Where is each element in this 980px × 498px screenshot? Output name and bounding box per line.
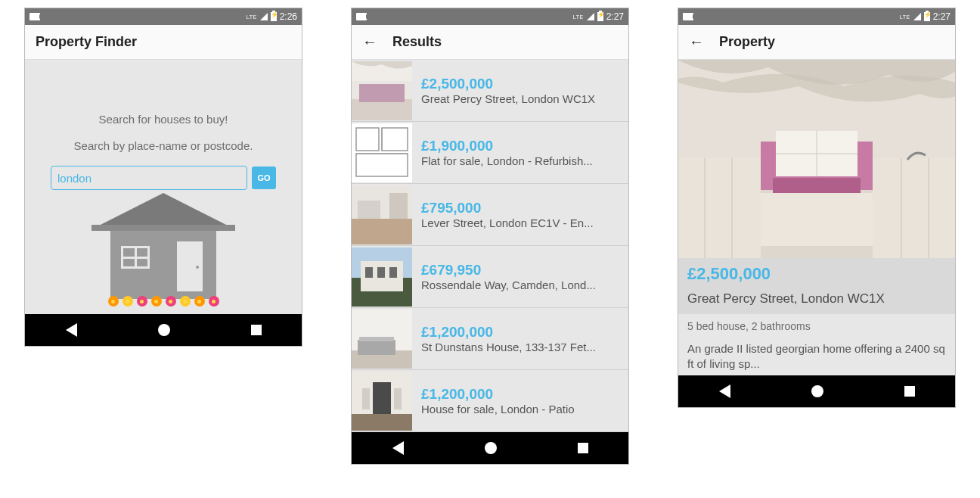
sdcard-icon: [683, 13, 693, 20]
listing-thumbnail: [352, 310, 412, 369]
android-navbar: [25, 314, 302, 346]
listing-price: £1,200,000: [421, 386, 619, 403]
nav-recent-icon[interactable]: [904, 386, 915, 397]
lte-label: LTE: [247, 14, 257, 20]
signal-icon: [260, 13, 268, 20]
listing-thumbnail: [352, 372, 412, 431]
listing-address: Rossendale Way, Camden, Lond...: [421, 279, 619, 291]
phone-results: LTE 2:27 ← Results £2,500,000 Great Perc…: [351, 8, 629, 465]
signal-icon: [913, 13, 921, 20]
svg-rect-25: [352, 414, 412, 431]
search-input[interactable]: [51, 166, 247, 190]
page-title: Results: [392, 34, 442, 50]
nav-home-icon[interactable]: [811, 385, 823, 397]
nav-home-icon[interactable]: [158, 324, 170, 336]
list-item[interactable]: £1,200,000 St Dunstans House, 133-137 Fe…: [352, 308, 628, 370]
listing-thumbnail: [352, 123, 412, 182]
status-clock: 2:26: [280, 11, 297, 22]
sdcard-icon: [356, 13, 367, 20]
back-arrow-icon[interactable]: ←: [362, 33, 377, 51]
list-item[interactable]: £2,500,000 Great Percy Street, London WC…: [352, 60, 628, 122]
detail-screen: £2,500,000 Great Percy Street, London WC…: [678, 60, 955, 375]
listing-price: £1,200,000: [421, 324, 619, 341]
svg-rect-12: [389, 193, 408, 219]
back-arrow-icon[interactable]: ←: [689, 33, 704, 51]
svg-rect-19: [389, 267, 397, 278]
status-bar: LTE 2:27: [352, 8, 628, 25]
battery-icon: [924, 12, 930, 21]
svg-rect-31: [678, 158, 761, 258]
detail-description: An grade II listed georgian home offerin…: [678, 338, 955, 375]
svg-rect-41: [773, 178, 861, 193]
phone-detail: LTE 2:27 ← Property: [678, 8, 956, 408]
signal-icon: [587, 13, 594, 20]
listing-address: Flat for sale, London - Refurbish...: [421, 154, 619, 167]
svg-rect-34: [873, 158, 955, 258]
list-item[interactable]: £679,950 Rossendale Way, Camden, Lond...: [352, 246, 628, 308]
listing-address: Lever Street, London EC1V - En...: [421, 216, 619, 229]
listing-address: St Dunstans House, 133-137 Fet...: [421, 341, 619, 353]
svg-rect-2: [359, 84, 405, 102]
android-navbar: [678, 375, 955, 407]
svg-rect-23: [359, 337, 394, 341]
svg-rect-11: [352, 219, 412, 244]
nav-back-icon[interactable]: [719, 384, 730, 398]
listing-thumbnail: [352, 247, 412, 307]
svg-rect-42: [761, 193, 873, 246]
detail-address: Great Percy Street, London WC1X: [687, 291, 946, 307]
app-bar: ← Property: [678, 25, 955, 60]
go-button[interactable]: GO: [252, 167, 276, 189]
listing-thumbnail: [352, 185, 412, 244]
svg-rect-27: [362, 388, 370, 409]
nav-recent-icon[interactable]: [251, 325, 262, 335]
detail-price: £2,500,000: [687, 264, 946, 284]
list-item[interactable]: £795,000 Lever Street, London EC1V - En.…: [352, 184, 628, 246]
svg-rect-26: [373, 382, 391, 414]
results-list: £2,500,000 Great Percy Street, London WC…: [352, 60, 628, 432]
svg-rect-1: [352, 99, 412, 120]
svg-rect-22: [358, 340, 395, 355]
phone-search: LTE 2:26 Property Finder Search for hous…: [24, 8, 302, 347]
status-clock: 2:27: [606, 11, 624, 22]
svg-rect-17: [365, 267, 373, 278]
detail-meta: 5 bed house, 2 bathrooms: [678, 314, 955, 338]
house-illustration: [88, 193, 239, 314]
status-bar: LTE 2:26: [25, 8, 302, 25]
listing-price: £2,500,000: [421, 76, 619, 92]
page-title: Property: [719, 34, 775, 50]
property-hero-image: [678, 60, 955, 258]
list-item[interactable]: £1,900,000 Flat for sale, London - Refur…: [352, 122, 628, 184]
listing-address: Great Percy Street, London WC1X: [421, 92, 619, 105]
app-bar: Property Finder: [25, 25, 302, 60]
svg-rect-28: [394, 388, 402, 409]
search-screen: Search for houses to buy! Search by plac…: [25, 60, 302, 314]
results-screen: £2,500,000 Great Percy Street, London WC…: [352, 60, 628, 432]
search-hint: Search by place-name or postcode.: [74, 139, 253, 152]
price-address-block: £2,500,000 Great Percy Street, London WC…: [678, 258, 955, 314]
listing-thumbnail: [352, 61, 412, 120]
listing-price: £1,900,000: [421, 138, 619, 154]
svg-rect-18: [377, 267, 385, 278]
battery-icon: [271, 12, 277, 21]
nav-recent-icon[interactable]: [578, 443, 588, 453]
battery-icon: [597, 12, 603, 21]
nav-home-icon[interactable]: [485, 442, 497, 454]
android-navbar: [352, 432, 628, 464]
list-item[interactable]: £1,200,000 House for sale, London - Pati…: [352, 370, 628, 432]
svg-rect-13: [358, 201, 380, 219]
app-bar: ← Results: [352, 25, 628, 60]
listing-address: House for sale, London - Patio: [421, 403, 619, 416]
nav-back-icon[interactable]: [392, 441, 404, 455]
lte-label: LTE: [573, 14, 584, 20]
status-clock: 2:27: [933, 11, 951, 22]
listing-price: £679,950: [421, 262, 619, 279]
listing-price: £795,000: [421, 200, 619, 216]
status-bar: LTE 2:27: [678, 8, 955, 25]
search-tagline: Search for houses to buy!: [99, 113, 228, 126]
nav-back-icon[interactable]: [66, 323, 77, 337]
page-title: Property Finder: [36, 34, 137, 50]
lte-label: LTE: [900, 14, 910, 20]
sdcard-icon: [29, 13, 40, 20]
